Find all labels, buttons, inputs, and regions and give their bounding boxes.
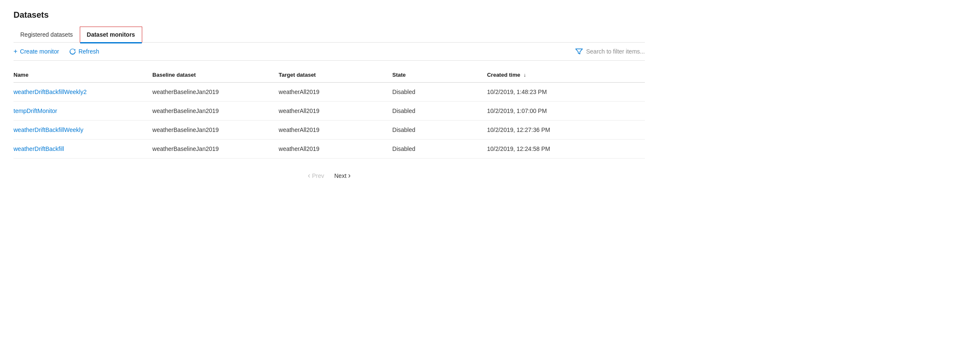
prev-button[interactable]: Prev [304,169,328,183]
search-placeholder: Search to filter items... [586,48,645,55]
cell-target-0: weatherAll2019 [279,83,392,102]
cell-state-2: Disabled [393,121,487,140]
toolbar: + Create monitor Refresh Search to filte… [14,43,645,61]
cell-state-3: Disabled [393,140,487,159]
cell-created-1: 10/2/2019, 1:07:00 PM [487,102,645,121]
chevron-left-icon [308,171,310,180]
col-header-baseline: Baseline dataset [152,67,279,83]
tab-active-underline [80,42,142,43]
table-row: weatherDriftBackfillWeekly2 weatherBasel… [14,83,645,102]
col-header-created[interactable]: Created time ↓ [487,67,645,83]
plus-icon: + [14,48,17,55]
cell-name-0[interactable]: weatherDriftBackfillWeekly2 [14,83,152,102]
tab-registered-datasets[interactable]: Registered datasets [14,27,80,42]
cell-target-3: weatherAll2019 [279,140,392,159]
cell-name-3[interactable]: weatherDriftBackfill [14,140,152,159]
col-header-target: Target dataset [279,67,392,83]
chevron-right-icon [348,171,351,180]
filter-icon [575,48,583,55]
cell-baseline-1: weatherBaselineJan2019 [152,102,279,121]
monitors-table: Name Baseline dataset Target dataset Sta… [14,67,645,159]
toolbar-left: + Create monitor Refresh [14,48,99,55]
create-monitor-button[interactable]: + Create monitor [14,48,59,55]
cell-created-0: 10/2/2019, 1:48:23 PM [487,83,645,102]
refresh-icon [69,48,76,55]
cell-state-0: Disabled [393,83,487,102]
cell-state-1: Disabled [393,102,487,121]
search-area[interactable]: Search to filter items... [575,48,645,55]
table-row: weatherDriftBackfill weatherBaselineJan2… [14,140,645,159]
cell-created-3: 10/2/2019, 12:24:58 PM [487,140,645,159]
cell-baseline-2: weatherBaselineJan2019 [152,121,279,140]
table-header-row: Name Baseline dataset Target dataset Sta… [14,67,645,83]
cell-target-2: weatherAll2019 [279,121,392,140]
cell-name-1[interactable]: tempDriftMonitor [14,102,152,121]
sort-icon: ↓ [523,72,526,78]
pagination: Prev Next [14,159,645,186]
col-header-name: Name [14,67,152,83]
cell-created-2: 10/2/2019, 12:27:36 PM [487,121,645,140]
cell-target-1: weatherAll2019 [279,102,392,121]
table-row: weatherDriftBackfillWeekly weatherBaseli… [14,121,645,140]
table-container: Name Baseline dataset Target dataset Sta… [14,67,645,159]
tab-dataset-monitors[interactable]: Dataset monitors [80,27,142,43]
next-button[interactable]: Next [331,169,354,183]
refresh-button[interactable]: Refresh [69,48,99,55]
cell-name-2[interactable]: weatherDriftBackfillWeekly [14,121,152,140]
page-title: Datasets [14,10,645,20]
cell-baseline-3: weatherBaselineJan2019 [152,140,279,159]
cell-baseline-0: weatherBaselineJan2019 [152,83,279,102]
table-row: tempDriftMonitor weatherBaselineJan2019 … [14,102,645,121]
col-header-state: State [393,67,487,83]
tabs-row: Registered datasets Dataset monitors [14,27,645,43]
